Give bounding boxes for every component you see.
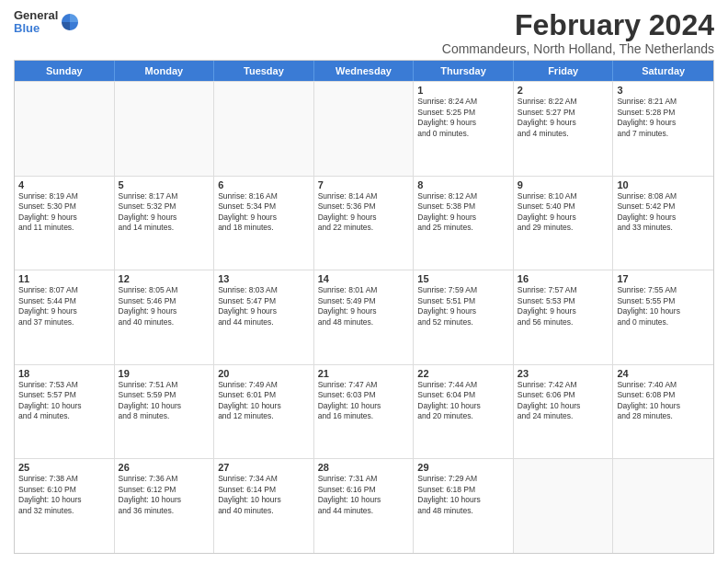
calendar-cell: 16Sunrise: 7:57 AM Sunset: 5:53 PM Dayli…: [514, 270, 614, 364]
calendar-cell: 17Sunrise: 7:55 AM Sunset: 5:55 PM Dayli…: [613, 270, 713, 364]
calendar-cell: 14Sunrise: 8:01 AM Sunset: 5:49 PM Dayli…: [314, 270, 415, 364]
day-number: 22: [417, 368, 509, 379]
day-number: 12: [119, 273, 210, 284]
day-info: Sunrise: 8:14 AM Sunset: 5:36 PM Dayligh…: [318, 191, 410, 234]
calendar-header-cell: Wednesday: [314, 61, 415, 81]
day-number: 13: [218, 273, 310, 284]
day-info: Sunrise: 7:47 AM Sunset: 6:03 PM Dayligh…: [318, 380, 410, 422]
calendar-week: 18Sunrise: 7:53 AM Sunset: 5:57 PM Dayli…: [15, 364, 713, 459]
calendar-cell: [115, 82, 215, 176]
calendar-cell: 22Sunrise: 7:44 AM Sunset: 6:04 PM Dayli…: [414, 365, 514, 459]
calendar-cell: 18Sunrise: 7:53 AM Sunset: 5:57 PM Dayli…: [15, 365, 115, 459]
calendar-cell: 28Sunrise: 7:31 AM Sunset: 6:16 PM Dayli…: [314, 459, 415, 553]
day-info: Sunrise: 7:49 AM Sunset: 6:01 PM Dayligh…: [218, 380, 310, 422]
calendar-cell: 27Sunrise: 7:34 AM Sunset: 6:14 PM Dayli…: [214, 459, 314, 553]
day-number: 20: [218, 368, 310, 379]
day-info: Sunrise: 8:22 AM Sunset: 5:27 PM Dayligh…: [518, 97, 609, 139]
day-number: 24: [617, 368, 710, 379]
day-info: Sunrise: 8:17 AM Sunset: 5:32 PM Dayligh…: [119, 191, 210, 234]
day-number: 28: [318, 462, 410, 473]
day-info: Sunrise: 7:29 AM Sunset: 6:18 PM Dayligh…: [417, 474, 509, 516]
day-info: Sunrise: 8:21 AM Sunset: 5:28 PM Dayligh…: [617, 97, 710, 139]
day-info: Sunrise: 7:44 AM Sunset: 6:04 PM Dayligh…: [417, 380, 509, 422]
day-info: Sunrise: 7:34 AM Sunset: 6:14 PM Dayligh…: [218, 474, 310, 516]
calendar-cell: 19Sunrise: 7:51 AM Sunset: 5:59 PM Dayli…: [115, 365, 215, 459]
day-number: 1: [417, 85, 509, 96]
day-info: Sunrise: 8:16 AM Sunset: 5:34 PM Dayligh…: [218, 191, 310, 234]
calendar-header-cell: Monday: [115, 61, 215, 81]
calendar-week: 4Sunrise: 8:19 AM Sunset: 5:30 PM Daylig…: [15, 176, 713, 270]
day-number: 21: [318, 368, 410, 379]
header: General Blue February 2024 Commandeurs, …: [14, 9, 714, 56]
logo-icon: [60, 12, 80, 32]
day-number: 29: [417, 462, 509, 473]
day-number: 27: [218, 462, 310, 473]
day-info: Sunrise: 8:05 AM Sunset: 5:46 PM Dayligh…: [119, 285, 210, 327]
day-number: 15: [417, 273, 509, 284]
calendar-cell: 20Sunrise: 7:49 AM Sunset: 6:01 PM Dayli…: [214, 365, 314, 459]
day-number: 14: [318, 273, 410, 284]
page: General Blue February 2024 Commandeurs, …: [0, 0, 728, 563]
calendar-cell: 26Sunrise: 7:36 AM Sunset: 6:12 PM Dayli…: [115, 459, 215, 553]
day-info: Sunrise: 7:59 AM Sunset: 5:51 PM Dayligh…: [417, 285, 509, 327]
day-info: Sunrise: 8:19 AM Sunset: 5:30 PM Dayligh…: [18, 191, 110, 234]
day-info: Sunrise: 8:07 AM Sunset: 5:44 PM Dayligh…: [18, 285, 110, 327]
day-info: Sunrise: 8:24 AM Sunset: 5:25 PM Dayligh…: [417, 97, 509, 139]
calendar-cell: 21Sunrise: 7:47 AM Sunset: 6:03 PM Dayli…: [314, 365, 415, 459]
calendar-header: SundayMondayTuesdayWednesdayThursdayFrid…: [15, 61, 713, 81]
day-number: 10: [617, 179, 710, 190]
day-number: 18: [18, 368, 110, 379]
calendar-cell: 13Sunrise: 8:03 AM Sunset: 5:47 PM Dayli…: [214, 270, 314, 364]
calendar-cell: 3Sunrise: 8:21 AM Sunset: 5:28 PM Daylig…: [613, 82, 713, 176]
calendar-week: 1Sunrise: 8:24 AM Sunset: 5:25 PM Daylig…: [15, 81, 713, 176]
day-number: 16: [518, 273, 609, 284]
day-number: 26: [119, 462, 210, 473]
day-number: 8: [417, 179, 509, 190]
day-info: Sunrise: 7:51 AM Sunset: 5:59 PM Dayligh…: [119, 380, 210, 422]
day-number: 2: [518, 85, 609, 96]
calendar-header-cell: Friday: [514, 61, 614, 81]
calendar-cell: 10Sunrise: 8:08 AM Sunset: 5:42 PM Dayli…: [613, 177, 713, 270]
day-info: Sunrise: 8:03 AM Sunset: 5:47 PM Dayligh…: [218, 285, 310, 327]
calendar-header-cell: Thursday: [414, 61, 514, 81]
calendar-cell: 5Sunrise: 8:17 AM Sunset: 5:32 PM Daylig…: [115, 177, 215, 270]
calendar-cell: 4Sunrise: 8:19 AM Sunset: 5:30 PM Daylig…: [15, 177, 115, 270]
day-number: 23: [518, 368, 609, 379]
day-info: Sunrise: 8:01 AM Sunset: 5:49 PM Dayligh…: [318, 285, 410, 327]
calendar-cell: 8Sunrise: 8:12 AM Sunset: 5:38 PM Daylig…: [414, 177, 514, 270]
day-number: 19: [119, 368, 210, 379]
calendar-cell: [214, 82, 314, 176]
subtitle: Commandeurs, North Holland, The Netherla…: [442, 41, 714, 56]
day-number: 5: [119, 179, 210, 190]
calendar-cell: 11Sunrise: 8:07 AM Sunset: 5:44 PM Dayli…: [15, 270, 115, 364]
day-number: 3: [617, 85, 710, 96]
calendar-header-cell: Sunday: [15, 61, 115, 81]
logo-blue: Blue: [14, 22, 58, 35]
day-info: Sunrise: 7:42 AM Sunset: 6:06 PM Dayligh…: [518, 380, 609, 422]
day-info: Sunrise: 7:55 AM Sunset: 5:55 PM Dayligh…: [617, 285, 710, 327]
calendar-cell: 12Sunrise: 8:05 AM Sunset: 5:46 PM Dayli…: [115, 270, 215, 364]
calendar-header-cell: Tuesday: [214, 61, 314, 81]
day-number: 25: [18, 462, 110, 473]
calendar-cell: 2Sunrise: 8:22 AM Sunset: 5:27 PM Daylig…: [514, 82, 614, 176]
calendar-cell: [514, 459, 614, 553]
day-info: Sunrise: 7:38 AM Sunset: 6:10 PM Dayligh…: [18, 474, 110, 516]
calendar-cell: [613, 459, 713, 553]
day-info: Sunrise: 7:36 AM Sunset: 6:12 PM Dayligh…: [119, 474, 210, 516]
day-number: 6: [218, 179, 310, 190]
calendar-cell: [314, 82, 415, 176]
calendar-cell: 23Sunrise: 7:42 AM Sunset: 6:06 PM Dayli…: [514, 365, 614, 459]
title-block: February 2024 Commandeurs, North Holland…: [442, 9, 714, 56]
logo-general: General: [14, 9, 58, 22]
calendar-cell: 6Sunrise: 8:16 AM Sunset: 5:34 PM Daylig…: [214, 177, 314, 270]
calendar-cell: [15, 82, 115, 176]
day-number: 17: [617, 273, 710, 284]
day-info: Sunrise: 7:31 AM Sunset: 6:16 PM Dayligh…: [318, 474, 410, 516]
day-info: Sunrise: 8:10 AM Sunset: 5:40 PM Dayligh…: [518, 191, 609, 234]
calendar-header-cell: Saturday: [613, 61, 713, 81]
logo: General Blue: [14, 9, 80, 36]
calendar-body: 1Sunrise: 8:24 AM Sunset: 5:25 PM Daylig…: [15, 81, 713, 553]
calendar-cell: 24Sunrise: 7:40 AM Sunset: 6:08 PM Dayli…: [613, 365, 713, 459]
day-number: 7: [318, 179, 410, 190]
calendar-week: 11Sunrise: 8:07 AM Sunset: 5:44 PM Dayli…: [15, 270, 713, 364]
